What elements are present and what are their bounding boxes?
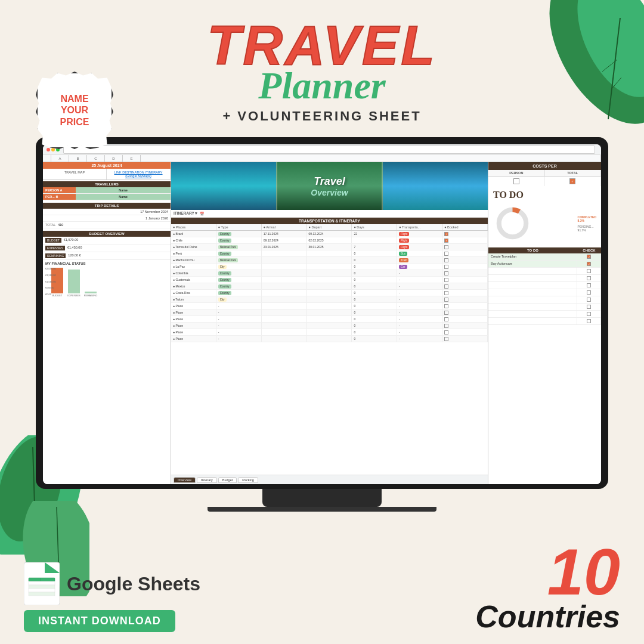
- travel-title-overlay: Travel Overview: [311, 175, 348, 197]
- booked-checkbox[interactable]: ✓: [444, 232, 448, 236]
- td-place: ● La Paz: [171, 264, 216, 270]
- td-booked: [442, 296, 488, 302]
- todo-checkbox-empty[interactable]: [587, 305, 591, 309]
- td-days: 7: [352, 244, 397, 250]
- svg-rect-16: [29, 581, 55, 585]
- todo-checkbox-2[interactable]: ✓: [587, 262, 591, 266]
- person-checkbox[interactable]: [513, 178, 519, 184]
- trip-details-header: TRIP DETAILS: [43, 203, 171, 209]
- booked-checkbox[interactable]: [444, 304, 448, 308]
- type-badge: City: [218, 298, 227, 302]
- booked-checkbox[interactable]: [444, 337, 448, 341]
- expenses-bar: EXPENSES: [68, 270, 80, 297]
- td-type: National Park: [216, 257, 262, 263]
- tab-budget[interactable]: Budget: [218, 477, 237, 483]
- td-days: 0: [352, 283, 397, 289]
- tab-overview[interactable]: Overview: [174, 477, 196, 483]
- col-a: A: [51, 155, 69, 162]
- td-place: ● Place: [171, 323, 216, 329]
- td-booked: [442, 264, 488, 270]
- todo-checkbox-empty[interactable]: [587, 290, 591, 295]
- booked-checkbox[interactable]: [444, 271, 448, 275]
- todo-checkbox-1[interactable]: ✓: [587, 255, 591, 259]
- td-booked: [442, 277, 488, 283]
- table-header-row: ● Places ● Type ● Arrival ● Depart ● Day…: [171, 224, 488, 231]
- th-places: ● Places: [171, 224, 216, 230]
- countries-text: Countries: [475, 601, 620, 632]
- td-type: National Park: [216, 244, 262, 250]
- td-type: Country: [216, 250, 262, 256]
- booked-checkbox[interactable]: [444, 265, 448, 269]
- formula-bar[interactable]: [63, 145, 595, 154]
- todo-th-task: TO DO: [488, 247, 577, 253]
- tab-packing[interactable]: Packing: [238, 477, 258, 483]
- table-row: ● Chile Country 09.12.2024 02.02.2025 Fl…: [171, 237, 488, 244]
- booked-checkbox[interactable]: [444, 317, 448, 321]
- nav-link-destination[interactable]: LINK DESTINATION ITINERARY (Google MyMap…: [107, 169, 171, 179]
- todo-checkbox-empty[interactable]: [587, 269, 591, 273]
- th-transport: ● Transporta...: [397, 224, 442, 230]
- person-a-name[interactable]: Name: [76, 187, 171, 193]
- td-arrival: 23.01.2025: [262, 244, 307, 250]
- expenses-value: €1,450.00: [67, 246, 82, 250]
- trip-start-row: 17 November 2024: [43, 209, 171, 215]
- booked-checkbox[interactable]: [444, 330, 448, 335]
- td-depart: 02.02.2025: [307, 237, 352, 243]
- td-transport: -: [397, 323, 442, 329]
- booked-checkbox[interactable]: [444, 284, 448, 289]
- todo-checkbox-empty[interactable]: [587, 319, 591, 323]
- td-place: ● Machu Picchu: [171, 257, 216, 263]
- td-depart: [307, 296, 352, 302]
- type-badge: National Park: [218, 258, 238, 262]
- td-booked: [442, 290, 488, 296]
- total-checkbox[interactable]: ✓: [569, 178, 575, 184]
- donut-chart: [493, 204, 532, 243]
- row-number-header: [43, 155, 51, 162]
- td-transport: -: [397, 283, 442, 289]
- person-b-name[interactable]: Name: [76, 194, 171, 200]
- todo-checkbox-empty[interactable]: [587, 298, 591, 302]
- type-badge: Country: [218, 232, 231, 236]
- th-arrival: ● Arrival: [262, 224, 307, 230]
- booked-checkbox[interactable]: [444, 245, 448, 249]
- td-days: 0: [352, 336, 397, 342]
- todo-checkbox-empty[interactable]: [587, 312, 591, 316]
- transport-badge: Flight: [399, 239, 409, 243]
- th-booked: ● Booked: [442, 224, 488, 230]
- price-badge-text: NAME YOUR PRICE: [60, 93, 89, 128]
- td-a: [262, 329, 307, 335]
- booked-checkbox[interactable]: [444, 258, 448, 262]
- booked-checkbox[interactable]: [444, 311, 448, 315]
- td-booked: [442, 309, 488, 315]
- google-sheets-badge: Google Sheets INSTANT DOWNLOAD: [24, 562, 200, 632]
- booked-checkbox[interactable]: [444, 298, 448, 302]
- td-a: [262, 309, 307, 315]
- todo-th-check: CHECK: [577, 247, 601, 253]
- td-depart: [307, 290, 352, 296]
- td-place: ● Chile: [171, 237, 216, 243]
- booked-checkbox[interactable]: [444, 252, 448, 256]
- booked-checkbox[interactable]: ✓: [444, 239, 448, 243]
- todo-checkbox-empty[interactable]: [587, 283, 591, 287]
- booked-checkbox[interactable]: [444, 278, 448, 282]
- nav-travel-map[interactable]: TRAVEL MAP: [43, 169, 107, 179]
- td-booked: [442, 250, 488, 256]
- td-arrival: 17.11.2024: [262, 231, 307, 237]
- booked-checkbox[interactable]: [444, 324, 448, 328]
- table-row: ● Mexico Country 0-: [171, 283, 488, 290]
- todo-row-empty: [488, 282, 601, 289]
- booked-checkbox[interactable]: [444, 291, 448, 295]
- spreadsheet: A B C D E 25 August 2024 TRAVEL MAP LINK…: [43, 144, 601, 484]
- td-type: -: [216, 303, 262, 309]
- table-row: ● Brazil Country 17.11.2024 09.12.2024 2…: [171, 231, 488, 237]
- td-b: [307, 329, 352, 335]
- tab-itinerary[interactable]: Itinerary: [197, 477, 217, 483]
- type-badge: Country: [218, 284, 231, 289]
- td-a: [262, 336, 307, 342]
- instant-download-badge[interactable]: INSTANT DOWNLOAD: [24, 610, 175, 632]
- td-place: ● Perú: [171, 250, 216, 256]
- td-booked: [442, 316, 488, 322]
- expenses-row: EXPENSES €1,450.00: [43, 244, 171, 252]
- td-days: [352, 237, 397, 243]
- todo-checkbox-empty[interactable]: [587, 276, 591, 280]
